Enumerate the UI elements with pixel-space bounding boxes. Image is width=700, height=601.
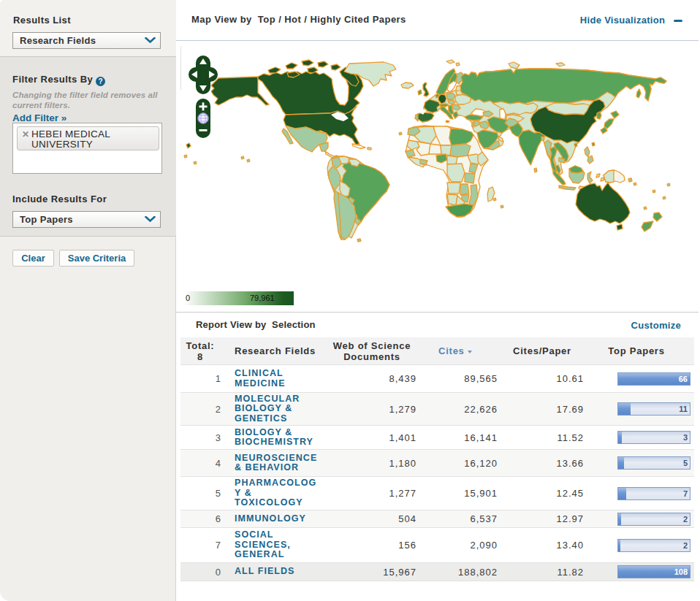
- svg-text:79,961: 79,961: [250, 294, 275, 302]
- svg-text:0: 0: [186, 294, 190, 302]
